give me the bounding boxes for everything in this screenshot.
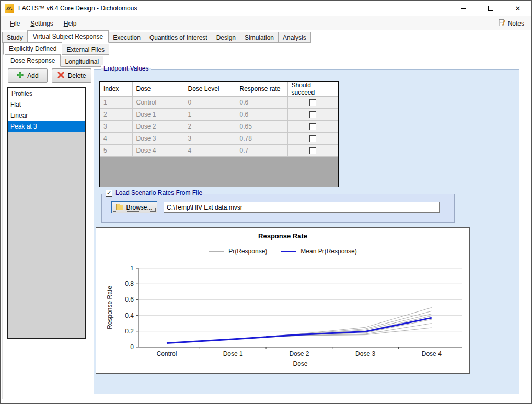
cell-dose: Control: [132, 97, 184, 109]
cell-index: 4: [100, 133, 132, 145]
cell-dose-level: 1: [184, 109, 236, 121]
column-header-should-succeed: Should succeed: [287, 82, 338, 97]
profiles-header: Profiles: [8, 88, 85, 99]
menu-item-settings[interactable]: Settings: [25, 18, 58, 29]
main-tab-strip: StudyVirtual Subject ResponseExecutionQu…: [2, 30, 310, 43]
tab-study[interactable]: Study: [2, 32, 28, 43]
tab-external-files[interactable]: External Files: [62, 44, 109, 55]
endpoint-values-label: Endpoint Values: [101, 65, 151, 72]
cell-index: 2: [100, 109, 132, 121]
table-header-row: IndexDoseDose LevelResponse rateShould s…: [100, 82, 338, 97]
profile-item-flat[interactable]: Flat: [8, 99, 85, 110]
endpoint-table: IndexDoseDose LevelResponse rateShould s…: [99, 81, 339, 187]
app-window: FACTS™ v6.4 Core Design - Dichotomous ✕ …: [0, 0, 532, 404]
close-button[interactable]: ✕: [504, 1, 531, 16]
tab-execution[interactable]: Execution: [108, 32, 145, 43]
notes-label: Notes: [508, 20, 524, 27]
cell-should-succeed: [287, 97, 338, 109]
svg-text:Response Rate: Response Rate: [106, 286, 113, 329]
should-succeed-checkbox[interactable]: [309, 99, 316, 106]
cell-index: 1: [100, 97, 132, 109]
minimize-button[interactable]: [450, 1, 477, 16]
cell-dose-level: 0: [184, 97, 236, 109]
svg-text:0.4: 0.4: [125, 312, 134, 319]
delete-icon: [57, 72, 64, 80]
load-scenario-label: Load Scenario Rates From File: [115, 189, 202, 197]
column-header-index: Index: [100, 82, 132, 97]
cell-should-succeed: [287, 133, 338, 145]
column-header-dose-level: Dose Level: [184, 82, 236, 97]
cell-dose: Dose 3: [132, 133, 184, 145]
close-icon: ✕: [515, 5, 521, 13]
should-succeed-checkbox[interactable]: [309, 135, 316, 142]
menu-item-file[interactable]: File: [5, 18, 25, 29]
cell-index: 5: [100, 145, 132, 157]
endpoint-values-group: Endpoint Values IndexDoseDose LevelRespo…: [94, 69, 519, 394]
cell-response-rate: 0.78: [236, 133, 287, 145]
tab-virtual-subject-response[interactable]: Virtual Subject Response: [27, 30, 109, 43]
cell-response-rate: 0.6: [236, 97, 287, 109]
svg-text:Control: Control: [157, 350, 177, 357]
notes-button[interactable]: Notes: [496, 18, 526, 29]
profiles-listbox[interactable]: Profiles FlatLinearPeak at 3: [7, 87, 86, 339]
delete-button[interactable]: Delete: [52, 68, 91, 83]
cell-response-rate: 0.7: [236, 145, 287, 157]
tab-page-border: [2, 43, 3, 399]
load-scenario-group: ✓ Load Scenario Rates From File Browse..…: [101, 194, 455, 223]
browse-label: Browse...: [126, 204, 152, 211]
tab-design[interactable]: Design: [212, 32, 240, 43]
should-succeed-checkbox[interactable]: [309, 147, 316, 154]
table-row: 2Dose 110.6: [100, 109, 338, 121]
chart-plot-area: 00.20.40.60.81ControlDose 1Dose 2Dose 3D…: [96, 228, 470, 374]
column-header-dose: Dose: [132, 82, 184, 97]
cell-dose-level: 3: [184, 133, 236, 145]
notes-icon: [498, 19, 506, 28]
profile-item-peak-at-3[interactable]: Peak at 3: [8, 121, 85, 132]
cell-dose: Dose 1: [132, 109, 184, 121]
tab-quantities-of-interest[interactable]: Quantities of Interest: [145, 32, 212, 43]
add-button[interactable]: Add: [8, 68, 48, 83]
add-label: Add: [27, 72, 38, 79]
app-logo-icon: [5, 4, 14, 13]
svg-text:Dose 4: Dose 4: [422, 350, 442, 357]
cell-response-rate: 0.6: [236, 109, 287, 121]
svg-text:0: 0: [130, 343, 134, 351]
add-icon: [17, 72, 24, 80]
cell-should-succeed: [287, 121, 338, 133]
column-header-response-rate: Response rate: [236, 82, 287, 97]
menu-item-help[interactable]: Help: [59, 18, 82, 29]
cell-index: 3: [100, 121, 132, 133]
maximize-icon: [488, 6, 493, 11]
table-row: 5Dose 440.7: [100, 145, 338, 157]
cell-dose: Dose 2: [132, 121, 184, 133]
browse-button[interactable]: Browse...: [111, 201, 157, 213]
load-scenario-checkbox[interactable]: ✓: [106, 190, 112, 197]
svg-text:0.6: 0.6: [125, 296, 134, 303]
svg-text:0.2: 0.2: [125, 328, 134, 335]
tab-simulation[interactable]: Simulation: [240, 32, 279, 43]
minimize-icon: [461, 8, 466, 9]
cell-should-succeed: [287, 109, 338, 121]
should-succeed-checkbox[interactable]: [309, 123, 316, 130]
svg-text:1: 1: [130, 264, 134, 272]
menu-bar: FileSettingsHelp Notes: [1, 16, 531, 30]
delete-label: Delete: [68, 72, 86, 79]
tab-dose-response[interactable]: Dose Response: [5, 54, 61, 67]
file-path-input[interactable]: [164, 202, 440, 213]
tab-longitudinal[interactable]: Longitudinal: [60, 56, 103, 67]
svg-text:Dose 1: Dose 1: [223, 350, 243, 357]
should-succeed-checkbox[interactable]: [309, 111, 316, 118]
maximize-button[interactable]: [477, 1, 504, 16]
tab-analysis[interactable]: Analysis: [278, 32, 311, 43]
profile-item-linear[interactable]: Linear: [8, 110, 85, 121]
svg-text:0.8: 0.8: [125, 280, 134, 287]
table-row: 1Control00.6: [100, 97, 338, 109]
cell-response-rate: 0.65: [236, 121, 287, 133]
cell-dose-level: 2: [184, 121, 236, 133]
vsr-tab-strip: Explicitly DefinedExternal Files: [3, 43, 109, 55]
response-rate-chart: Response Rate Pr(Response)Mean Pr(Respon…: [96, 227, 470, 374]
tab-explicitly-defined[interactable]: Explicitly Defined: [3, 42, 62, 55]
title-bar: FACTS™ v6.4 Core Design - Dichotomous ✕: [1, 1, 531, 16]
load-scenario-label-row: ✓ Load Scenario Rates From File: [103, 189, 204, 197]
table-row: 4Dose 330.78: [100, 133, 338, 145]
